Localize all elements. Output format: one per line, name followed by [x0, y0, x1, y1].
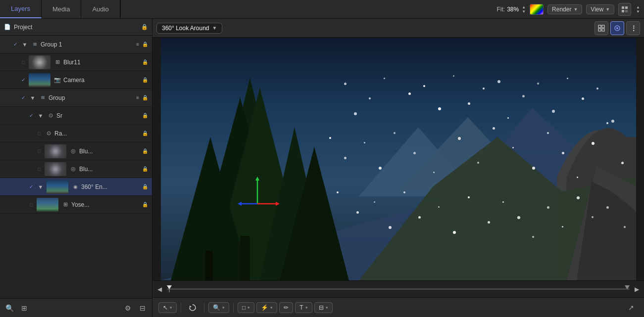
- gizmo-widget: [235, 172, 280, 216]
- view-rect-btn[interactable]: □ ▾: [238, 303, 254, 313]
- yose-type-icon: ⊞: [61, 201, 69, 209]
- layer-group[interactable]: ✓ ▼ ≋ Group ≡ 🔒: [0, 89, 152, 107]
- canvas-area: [152, 38, 644, 280]
- layer-blu1[interactable]: □ ◎ Blu... 🔒: [0, 142, 152, 160]
- blur11-type-icon: ⊞: [53, 58, 61, 66]
- scrubber-playhead[interactable]: [167, 285, 172, 292]
- layer-sr[interactable]: ✓ ▼ ⊙ Sr 🔒: [0, 107, 152, 125]
- layer-thumb-blur11: [29, 55, 50, 69]
- viewer-grid-btn[interactable]: [594, 21, 608, 35]
- layer-blur11[interactable]: □ ⊞ Blur11 🔒: [0, 53, 152, 71]
- shape-tool-btn[interactable]: ⊟ ▾: [315, 303, 332, 313]
- layer-checkbox-yose[interactable]: □: [26, 202, 37, 207]
- layer-checkbox-group1[interactable]: ✓: [10, 42, 21, 47]
- layer-checkbox-sr[interactable]: ✓: [26, 113, 37, 118]
- layer-group1[interactable]: ✓ ▼ ≋ Group 1 ≡ 🔒: [0, 36, 152, 53]
- view-tool-group-5[interactable]: ⊟ ▾: [314, 302, 333, 313]
- fit-spinner[interactable]: ▲ ▼: [522, 5, 526, 14]
- scrubber-track[interactable]: [167, 288, 630, 290]
- group1-lock-icon: 🔒: [141, 42, 149, 47]
- sr-collapse-icon: ▼: [37, 112, 45, 120]
- layer-checkbox-blu2[interactable]: □: [34, 166, 45, 172]
- layer-ra[interactable]: □ ⊙ Ra... 🔒: [0, 125, 152, 142]
- pen-tool-btn[interactable]: ✏: [280, 303, 293, 313]
- sr-lock-icon: 🔒: [141, 113, 149, 118]
- tab-audio[interactable]: Audio: [81, 0, 120, 18]
- svg-rect-6: [598, 29, 601, 31]
- 360env-collapse-icon: ▼: [37, 183, 45, 191]
- layer-checkbox-360env[interactable]: ✓: [26, 184, 37, 189]
- layer-blu2[interactable]: □ ◎ Blu... 🔒: [0, 160, 152, 178]
- fit-value[interactable]: 38%: [507, 6, 519, 13]
- svg-rect-4: [598, 25, 601, 28]
- toolbar-sep-2: [204, 303, 204, 313]
- yose-lock-icon: 🔒: [141, 202, 149, 207]
- layer-yose[interactable]: □ ⊞ Yose... 🔒: [0, 196, 152, 214]
- text-chevron-icon: ▾: [305, 305, 308, 310]
- layer-checkbox-camera[interactable]: ✓: [18, 77, 29, 83]
- fit-control: Fit: 38% ▲ ▼: [496, 5, 526, 14]
- layout-corner-btn[interactable]: [618, 3, 631, 16]
- layers-panel: 📄 Project 🔒 ✓ ▼ ≋ Group 1 ≡ 🔒 □ ⊞: [0, 19, 152, 317]
- layer-camera[interactable]: ✓ 📷 Camera 🔒: [0, 71, 152, 89]
- scrubber-start-btn[interactable]: ◀: [157, 286, 162, 293]
- viewer-360-btn[interactable]: [610, 21, 624, 35]
- select-tool-group[interactable]: ↖ ▾: [158, 302, 177, 313]
- view-tool-group-3[interactable]: ✏: [279, 302, 293, 313]
- camera-type-icon: 📷: [53, 76, 61, 84]
- rotate-tool-btn[interactable]: [185, 301, 200, 315]
- color-picker[interactable]: [530, 4, 544, 15]
- view-tool-group-2[interactable]: ⚡ ▾: [256, 302, 277, 313]
- view-dropdown[interactable]: View ▼: [586, 4, 614, 14]
- rect-chevron-icon: ▾: [248, 305, 250, 310]
- layer-360env[interactable]: ✓ ▼ ◉ 360° En... 🔒: [0, 178, 152, 196]
- svg-marker-30: [190, 306, 192, 308]
- layer-checkbox-ra[interactable]: □: [34, 131, 45, 136]
- scene-canvas: [161, 38, 636, 280]
- select-tool-btn[interactable]: ↖ ▾: [159, 303, 176, 313]
- ra-lock-icon: 🔒: [141, 131, 149, 136]
- ra-name: Ra...: [54, 130, 141, 137]
- layer-thumb-yose: [37, 198, 58, 212]
- svg-marker-29: [238, 202, 242, 206]
- layers-settings-btn[interactable]: ⚙: [122, 303, 133, 314]
- svg-rect-3: [625, 10, 628, 12]
- viewer-more-btn[interactable]: ⋮: [626, 21, 640, 35]
- project-row[interactable]: 📄 Project 🔒: [0, 19, 152, 36]
- 360env-name: 360° En...: [81, 183, 141, 190]
- scrubber-end-btn[interactable]: ▶: [635, 286, 639, 293]
- zoom-tool-btn[interactable]: 🔍 ▾: [209, 303, 229, 313]
- text-tool-btn[interactable]: T ▾: [296, 303, 311, 313]
- search-btn[interactable]: 🔍: [4, 303, 15, 314]
- layer-checkbox-blu1[interactable]: □: [34, 148, 45, 154]
- view-tool-group-4[interactable]: T ▾: [295, 302, 312, 313]
- view-flash-btn[interactable]: ⚡ ▾: [257, 303, 277, 313]
- layer-thumb-blu1: [45, 144, 66, 158]
- tab-layers[interactable]: Layers: [0, 0, 42, 18]
- top-bar: Layers Media Audio Fit: 38% ▲ ▼ Render ▼…: [0, 0, 644, 19]
- view-tool-group-1[interactable]: □ ▾: [238, 302, 254, 313]
- layer-checkbox-group[interactable]: ✓: [18, 95, 29, 100]
- toolbar-sep-3: [233, 303, 234, 313]
- ra-type-icon: ⊙: [45, 130, 52, 137]
- flash-icon: ⚡: [261, 304, 268, 311]
- viewer-area: 360° Look Around ▼: [152, 19, 644, 317]
- layer-thumb-blu2: [45, 162, 66, 176]
- layers-grid-btn[interactable]: ⊞: [19, 303, 30, 314]
- layout-spinner[interactable]: ▲ ▼: [636, 5, 640, 14]
- view-mode-dropdown[interactable]: 360° Look Around ▼: [156, 23, 222, 34]
- blu1-name: Blu...: [79, 148, 141, 155]
- tab-media[interactable]: Media: [42, 0, 81, 18]
- group1-collapse-icon: ▼: [21, 41, 29, 48]
- toolbar-sep-1: [181, 303, 181, 313]
- bottom-toolbar: ↖ ▾ 🔍 ▾: [152, 297, 644, 317]
- yose-name: Yose...: [71, 201, 141, 208]
- layers-minus-btn[interactable]: ⊟: [137, 303, 148, 314]
- zoom-tool-group[interactable]: 🔍 ▾: [208, 302, 229, 313]
- render-dropdown[interactable]: Render ▼: [547, 4, 582, 14]
- panel-bottom-toolbar: 🔍 ⊞ ⚙ ⊟: [0, 298, 152, 317]
- viewer-toolbar: 360° Look Around ▼: [152, 19, 644, 38]
- shape-chevron-icon: ▾: [326, 305, 328, 310]
- expand-viewer-btn[interactable]: ↗: [624, 301, 638, 315]
- layer-checkbox-blur11[interactable]: □: [18, 59, 29, 65]
